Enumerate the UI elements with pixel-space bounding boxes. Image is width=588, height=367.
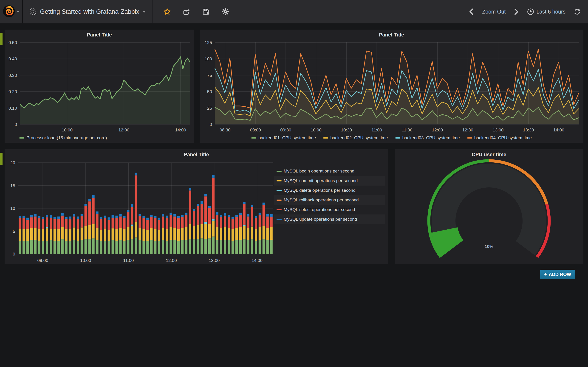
refresh-icon bbox=[574, 8, 581, 15]
svg-text:25: 25 bbox=[207, 106, 212, 110]
legend-item[interactable]: backend03: CPU system time bbox=[395, 135, 460, 140]
star-button[interactable] bbox=[164, 8, 171, 15]
legend-item[interactable]: MySQL update operations per second bbox=[274, 215, 385, 224]
legend-series-dash bbox=[277, 200, 282, 201]
svg-text:11:00: 11:00 bbox=[372, 127, 382, 132]
row-1-menu-handle[interactable] bbox=[0, 33, 2, 45]
add-row-label: ADD ROW bbox=[549, 272, 571, 277]
panel-legend: backend01: CPU system timebackend02: CPU… bbox=[199, 133, 583, 143]
grafana-logo-icon bbox=[3, 5, 15, 18]
legend-series-dash bbox=[323, 137, 328, 139]
grafana-logo-button[interactable] bbox=[0, 0, 23, 23]
legend-series-label: MySQL select operations per second bbox=[284, 207, 355, 212]
time-shift-forward-button[interactable] bbox=[514, 8, 519, 15]
share-button[interactable] bbox=[183, 8, 190, 15]
svg-text:100: 100 bbox=[205, 56, 212, 61]
time-shift-back-button[interactable] bbox=[469, 8, 474, 15]
legend-item[interactable]: MySQL begin operations per second bbox=[274, 166, 385, 176]
svg-text:14:00: 14:00 bbox=[175, 127, 186, 132]
svg-text:20: 20 bbox=[10, 160, 15, 165]
svg-text:10:00: 10:00 bbox=[311, 127, 321, 132]
plus-icon: + bbox=[544, 272, 547, 277]
svg-text:0.50: 0.50 bbox=[9, 40, 17, 45]
settings-button[interactable] bbox=[221, 8, 229, 16]
legend-item[interactable]: backend01: CPU system time bbox=[251, 135, 316, 140]
panel-title[interactable]: CPU user time bbox=[395, 149, 583, 158]
dashboard-actions bbox=[153, 8, 240, 16]
panel-title[interactable]: Panel Title bbox=[5, 30, 194, 39]
legend-item[interactable]: backend04: CPU system time bbox=[467, 135, 532, 140]
svg-text:10:00: 10:00 bbox=[61, 127, 73, 132]
legend-series-label: Processor load (15 min average per core) bbox=[26, 135, 107, 140]
dashboard-grid-icon bbox=[30, 8, 36, 15]
svg-text:0.40: 0.40 bbox=[9, 56, 17, 61]
panel-legend: Processor load (15 min average per core) bbox=[5, 133, 194, 143]
cpu-user-time-gauge[interactable]: 10% bbox=[395, 158, 583, 262]
svg-text:12:00: 12:00 bbox=[118, 127, 129, 132]
share-icon bbox=[183, 8, 190, 15]
grafana-dashboard: Getting Started with Grafana-Zabbix bbox=[0, 0, 588, 367]
svg-text:12:30: 12:30 bbox=[462, 127, 473, 132]
legend-series-dash bbox=[277, 219, 282, 220]
legend-series-dash bbox=[467, 137, 472, 139]
row-2-menu-handle[interactable] bbox=[0, 153, 2, 165]
svg-text:10:00: 10:00 bbox=[80, 258, 91, 263]
navbar: Getting Started with Grafana-Zabbix bbox=[0, 0, 588, 23]
legend-series-label: MySQL rollback operations per second bbox=[284, 198, 359, 202]
panel-title[interactable]: Panel Title bbox=[199, 30, 583, 39]
svg-text:0: 0 bbox=[209, 122, 212, 127]
legend-series-dash bbox=[251, 137, 256, 139]
zoom-out-button[interactable]: Zoom Out bbox=[482, 9, 506, 15]
legend-series-label: MySQL commit operations per second bbox=[284, 178, 358, 183]
dashboard-title-dropdown[interactable]: Getting Started with Grafana-Zabbix bbox=[23, 0, 153, 23]
panel-legend: MySQL begin operations per secondMySQL c… bbox=[274, 166, 385, 224]
legend-series-dash bbox=[19, 137, 24, 139]
svg-text:13:00: 13:00 bbox=[493, 127, 504, 132]
svg-text:0.10: 0.10 bbox=[9, 106, 17, 110]
cpu-system-time-chart[interactable]: 025507510012508:3009:0009:3010:0010:3011… bbox=[199, 39, 583, 133]
legend-item[interactable]: backend02: CPU system time bbox=[323, 135, 388, 140]
svg-text:10%: 10% bbox=[485, 244, 493, 249]
svg-text:09:30: 09:30 bbox=[280, 127, 291, 132]
legend-series-dash bbox=[277, 171, 282, 172]
svg-text:11:00: 11:00 bbox=[123, 258, 134, 263]
svg-text:15: 15 bbox=[10, 183, 15, 188]
legend-series-label: MySQL delete operations per second bbox=[284, 188, 355, 193]
legend-series-dash bbox=[395, 137, 400, 139]
panel-title[interactable]: Panel Title bbox=[5, 149, 388, 158]
chevron-left-icon bbox=[469, 8, 474, 15]
legend-series-label: backend01: CPU system time bbox=[258, 135, 316, 140]
time-range-picker[interactable]: Last 6 hours bbox=[527, 8, 565, 15]
chevron-right-icon bbox=[514, 8, 519, 15]
legend-series-label: backend03: CPU system time bbox=[402, 135, 460, 140]
refresh-button[interactable] bbox=[574, 8, 581, 15]
legend-item[interactable]: MySQL rollback operations per second bbox=[274, 195, 385, 205]
svg-text:13:30: 13:30 bbox=[523, 127, 534, 132]
svg-text:0: 0 bbox=[15, 122, 17, 127]
svg-text:75: 75 bbox=[207, 73, 212, 78]
legend-series-dash bbox=[277, 180, 282, 181]
svg-text:13:00: 13:00 bbox=[209, 258, 220, 263]
svg-text:10:30: 10:30 bbox=[341, 127, 352, 132]
legend-item[interactable]: MySQL delete operations per second bbox=[274, 186, 385, 195]
svg-text:50: 50 bbox=[207, 89, 212, 94]
svg-text:09:00: 09:00 bbox=[250, 127, 261, 132]
zoom-out-label: Zoom Out bbox=[482, 9, 506, 15]
svg-text:12:00: 12:00 bbox=[432, 127, 443, 132]
add-row-button[interactable]: + ADD ROW bbox=[540, 270, 575, 279]
save-button[interactable] bbox=[202, 8, 209, 15]
processor-load-chart[interactable]: 00.100.200.300.400.5010:0012:0014:00 bbox=[5, 39, 194, 133]
mysql-operations-chart[interactable]: 0510152009:0010:0011:0012:0013:0014:00 bbox=[5, 158, 276, 264]
panel-mysql-operations: Panel Title 0510152009:0010:0011:0012:00… bbox=[5, 149, 388, 264]
star-icon bbox=[164, 8, 171, 15]
svg-text:09:00: 09:00 bbox=[37, 258, 48, 263]
svg-text:08:30: 08:30 bbox=[220, 127, 231, 132]
legend-item[interactable]: Processor load (15 min average per core) bbox=[19, 135, 107, 140]
svg-text:0.20: 0.20 bbox=[9, 89, 17, 94]
caret-down-icon bbox=[17, 11, 19, 13]
svg-text:125: 125 bbox=[205, 40, 212, 45]
panel-cpu-user-time: CPU user time 10% bbox=[395, 149, 583, 264]
legend-item[interactable]: MySQL commit operations per second bbox=[274, 176, 385, 186]
save-icon bbox=[202, 8, 209, 15]
legend-item[interactable]: MySQL select operations per second bbox=[274, 205, 385, 215]
